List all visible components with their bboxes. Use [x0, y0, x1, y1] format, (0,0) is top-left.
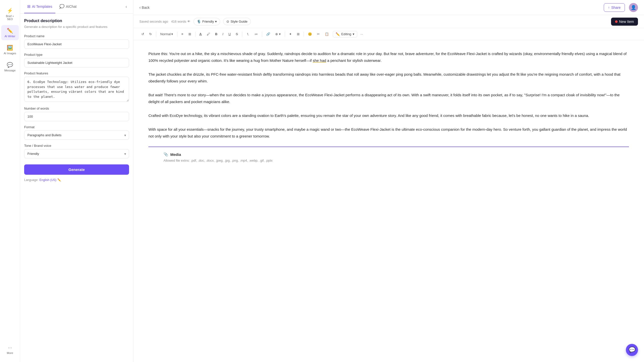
- share-label: Share: [611, 6, 621, 10]
- align-options-button[interactable]: ⊞: [186, 31, 193, 37]
- panel-content: Product description Generate a descripti…: [20, 14, 133, 362]
- editing-label: Editing: [341, 32, 351, 36]
- bold-button[interactable]: B: [213, 31, 219, 37]
- avatar: 👤: [629, 3, 638, 12]
- panel-collapse-btn[interactable]: ‹: [124, 2, 129, 11]
- chat-icon: 💬: [629, 347, 635, 353]
- format-chevron-icon: ▾: [171, 32, 173, 36]
- sidebar-item-more[interactable]: ··· More: [1, 342, 19, 357]
- tone-button[interactable]: 🎙️ Friendly ▾: [193, 18, 220, 25]
- top-bar: ‹ Back ↑ Share 👤: [133, 0, 644, 15]
- toolbar-divider-6: [285, 32, 285, 37]
- main-area: ‹ Back ↑ Share 👤 Saved seconds ago 416 w…: [133, 0, 644, 362]
- language-link[interactable]: English (US): [39, 178, 56, 182]
- share-icon: ↑: [608, 6, 610, 10]
- strikethrough-button[interactable]: S: [234, 31, 240, 37]
- text-color-button[interactable]: A: [197, 31, 204, 37]
- brief-seo-icon: ⚡: [7, 8, 13, 14]
- cut-button[interactable]: ✂: [315, 31, 322, 37]
- toolbar: ↺ ↻ Normal ▾ ≡ ⊞ A 🖊 B I U S ⒈ ≔ 🔗 ⊕ ▾ ✦…: [133, 28, 644, 40]
- highlight-button[interactable]: 🖊: [205, 31, 212, 37]
- word-count-value: 416 words: [171, 20, 186, 23]
- product-type-input[interactable]: [24, 58, 129, 67]
- underline-button[interactable]: U: [226, 31, 233, 37]
- sidebar-item-brief-seo[interactable]: ⚡ Brief + SEO: [1, 5, 19, 23]
- link-button[interactable]: 🔗: [264, 31, 272, 37]
- format-group: Format Paragraphs and Bullets Paragraphs…: [24, 125, 129, 140]
- editing-mode-btn[interactable]: ✏️ Editing ▾: [333, 31, 357, 37]
- paragraph-3: But wait! There's more to our story—when…: [148, 92, 629, 105]
- toolbar-divider-5: [262, 32, 262, 37]
- format-label: Normal: [160, 32, 171, 36]
- emoji-button[interactable]: 😊: [306, 31, 314, 37]
- new-item-label: New Item: [619, 20, 634, 24]
- highlighted-text-1: she had: [313, 58, 326, 63]
- sidebar-label-ai-writer: AI Writer: [5, 35, 15, 38]
- italic-button[interactable]: I: [220, 31, 225, 37]
- style-guide-button[interactable]: ⊙ Style Guide: [223, 18, 251, 25]
- editing-chevron-icon: ▾: [353, 32, 354, 36]
- editor-topbar: Saved seconds ago 416 words 👁 🎙️ Friendl…: [133, 15, 644, 28]
- table-button[interactable]: ⊞: [295, 31, 302, 37]
- aichat-tab-icon: 💭: [59, 4, 64, 9]
- sidebar-label-ai-images: AI Images: [4, 52, 16, 55]
- align-left-button[interactable]: ≡: [179, 31, 185, 37]
- toolbar-divider-4: [242, 32, 242, 37]
- paragraph-1: Picture this: You're out on a hike, the …: [148, 50, 629, 64]
- toolbar-divider-2: [177, 32, 177, 37]
- tone-emoji-icon: 🎙️: [197, 20, 201, 24]
- more-options-button[interactable]: ···: [358, 31, 365, 37]
- product-features-label: Product features: [24, 71, 129, 75]
- tone-select[interactable]: Friendly Professional Casual Formal: [24, 149, 129, 158]
- section-desc: Generate a description for a specific pr…: [24, 25, 129, 29]
- icon-sidebar: ⚡ Brief + SEO ✏️ AI Writer 🖼️ AI Images …: [0, 0, 20, 362]
- tone-chevron-icon: ▾: [215, 20, 217, 23]
- ordered-list-button[interactable]: ⒈: [244, 30, 252, 38]
- back-button[interactable]: ‹ Back: [139, 5, 149, 10]
- ai-images-icon: 🖼️: [7, 45, 13, 51]
- chat-bubble-button[interactable]: 💬: [626, 344, 638, 356]
- eye-icon: 👁: [187, 20, 190, 23]
- extra-button[interactable]: ⊕ ▾: [273, 31, 283, 37]
- style-guide-label: Style Guide: [230, 20, 247, 23]
- product-features-input[interactable]: 6. EcoDye Technology: Utilizes eco-frien…: [24, 77, 129, 102]
- word-count-input[interactable]: [24, 112, 129, 121]
- tab-aichat[interactable]: 💭 AIChat: [56, 0, 80, 13]
- unordered-list-button[interactable]: ≔: [253, 31, 260, 37]
- format-select[interactable]: Paragraphs and Bullets Paragraphs only B…: [24, 130, 129, 140]
- new-item-button[interactable]: New Item: [611, 18, 638, 26]
- tone-group: Tone / Brand voice Friendly Professional…: [24, 144, 129, 158]
- media-section: 📎 Media Allowed file extns: .pdf, .doc, …: [148, 147, 629, 167]
- tab-ai-templates[interactable]: ⊞ AI Templates: [24, 0, 55, 13]
- undo-button[interactable]: ↺: [139, 31, 146, 37]
- product-features-group: Product features 6. EcoDye Technology: U…: [24, 71, 129, 103]
- toolbar-divider-1: [156, 32, 156, 37]
- tone-button-label: Friendly: [202, 20, 214, 23]
- toolbar-divider-3: [195, 32, 195, 37]
- sidebar-item-ai-writer[interactable]: ✏️ AI Writer: [1, 25, 19, 40]
- edit-language-icon[interactable]: ✏️: [57, 178, 61, 182]
- ai-writer-icon: ✏️: [7, 28, 13, 34]
- section-title: Product description: [24, 19, 129, 23]
- new-item-dot-icon: [615, 20, 618, 23]
- sidebar-label-brief-seo: Brief + SEO: [3, 15, 17, 21]
- sidebar-item-ai-images[interactable]: 🖼️ AI Images: [1, 42, 19, 57]
- style-guide-icon: ⊙: [226, 20, 229, 23]
- ai-btn[interactable]: ✦: [287, 31, 294, 37]
- redo-button[interactable]: ↻: [147, 31, 154, 37]
- media-allowed-files: Allowed file extns: .pdf, .doc, .docx, .…: [164, 159, 614, 162]
- paste-button[interactable]: 📋: [323, 31, 331, 37]
- toolbar-divider-7: [304, 32, 304, 37]
- format-select-button[interactable]: Normal ▾: [158, 31, 175, 37]
- language-row: Language: English (US) ✏️: [24, 178, 129, 182]
- tone-select-wrapper: Friendly Professional Casual Formal ▾: [24, 149, 129, 158]
- media-header: 📎 Media: [164, 152, 614, 157]
- generate-button[interactable]: Generate: [24, 164, 129, 175]
- product-name-input[interactable]: [24, 39, 129, 49]
- more-icon: ···: [8, 345, 12, 350]
- saved-text: Saved seconds ago: [139, 20, 168, 23]
- share-button[interactable]: ↑ Share: [604, 3, 625, 12]
- product-name-group: Product name: [24, 34, 129, 49]
- sidebar-item-message[interactable]: 💬 Message: [1, 59, 19, 74]
- format-select-wrapper: Paragraphs and Bullets Paragraphs only B…: [24, 130, 129, 140]
